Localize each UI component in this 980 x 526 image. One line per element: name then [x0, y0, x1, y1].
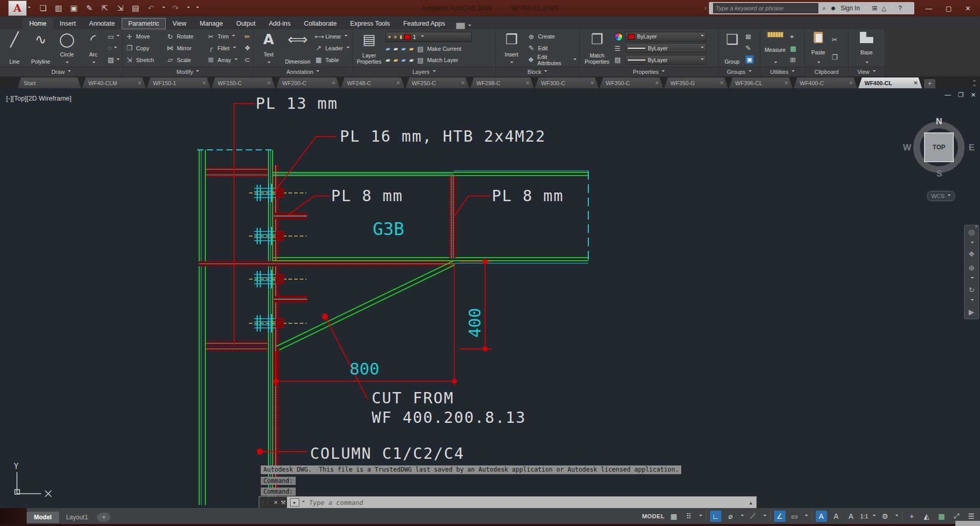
snap-toggle-icon[interactable]: ⠿ — [683, 511, 695, 522]
panel-label-annotation[interactable]: Annotation — [254, 67, 352, 76]
dimension-button[interactable]: ⟺Dimension — [283, 31, 312, 66]
rotate-button[interactable]: ↻Rotate — [166, 32, 204, 41]
tab-close-icon[interactable]: ✕ — [202, 80, 206, 86]
arc-caret-icon[interactable] — [92, 62, 95, 65]
wcs-menu[interactable]: WCS — [927, 191, 955, 201]
edit-block-button[interactable]: ✎Edit — [527, 44, 577, 53]
ungroup-icon[interactable]: ⊠ — [745, 33, 754, 41]
measure-caret-icon[interactable] — [774, 62, 777, 65]
zoom-caret-icon[interactable] — [971, 277, 974, 280]
erase-icon[interactable]: ✏ — [244, 33, 251, 41]
tab-close-icon[interactable]: ✕ — [655, 80, 659, 86]
tab-close-icon[interactable]: ✕ — [526, 80, 530, 86]
insert-caret-icon[interactable] — [510, 62, 513, 65]
layer-select[interactable]: ● ☀ ▮ 1 — [386, 32, 472, 42]
make-current-button[interactable]: ▰▰▰▰ ▤Make Current — [386, 44, 493, 53]
file-tab[interactable]: WF350-G✕ — [664, 77, 728, 88]
workspace-gear-icon[interactable]: ⚙ — [879, 511, 891, 522]
isolate-objects-icon[interactable]: ◭ — [921, 511, 932, 522]
file-tab[interactable]: WF150-1✕ — [147, 77, 210, 88]
layer-tool-icon-6[interactable]: ▰ — [393, 56, 398, 64]
viewcube-south[interactable]: S — [936, 169, 942, 179]
layer-tool-icon-5[interactable]: ▰ — [386, 56, 390, 64]
panel-label-groups[interactable]: Groups — [719, 67, 760, 76]
line-button[interactable]: ╱Line — [3, 31, 26, 66]
ribbon-display-toggle[interactable] — [456, 23, 471, 29]
color-wheel-icon[interactable] — [614, 33, 623, 41]
command-bar-grip[interactable]: ⋮⋮ ✕ ⚒ — [259, 497, 287, 508]
panel-label-draw[interactable]: Draw — [0, 67, 122, 76]
polyline-button[interactable]: ∿Polyline — [29, 31, 52, 66]
match-layer-button[interactable]: ▰▰▰▰ ▤Match Layer — [386, 55, 493, 65]
tab-close-icon[interactable]: ✕ — [267, 80, 271, 86]
layer-tool-icon-3[interactable]: ▰ — [401, 45, 406, 52]
id-point-icon[interactable]: ⌖ — [790, 33, 796, 41]
orbit-icon[interactable]: ↻ — [969, 286, 975, 294]
tab-parametric[interactable]: Parametric — [122, 18, 166, 29]
leader-button[interactable]: ↗Leader — [315, 44, 350, 53]
text-caret-icon[interactable] — [267, 62, 271, 65]
group-selection-icon[interactable]: ▣ — [745, 55, 754, 64]
tab-addins[interactable]: Add-ins — [262, 18, 297, 29]
model-space-toggle[interactable]: MODEL — [642, 513, 665, 519]
tab-close-icon[interactable]: ✕ — [332, 80, 336, 86]
tab-annotate[interactable]: Annotate — [83, 18, 122, 29]
panel-label-utilities[interactable]: Utilities — [760, 67, 804, 76]
tab-close-icon[interactable]: ✕ — [849, 80, 853, 86]
new-drawing-tab-button[interactable]: + — [924, 79, 935, 88]
panel-label-modify[interactable]: Modify — [123, 67, 253, 76]
file-tab[interactable]: WF396-CL✕ — [729, 77, 793, 88]
panel-label-view[interactable]: View — [849, 67, 885, 76]
wheel-caret-icon[interactable] — [971, 242, 974, 245]
copy-clip-icon[interactable]: ❐ — [832, 53, 838, 61]
lineweight-select[interactable]: ByLayer — [625, 43, 706, 53]
workspace-caret-icon[interactable] — [895, 515, 898, 518]
tab-close-icon[interactable]: ✕ — [590, 80, 594, 86]
circle-button[interactable]: ◯Circle — [55, 31, 79, 66]
viewport-controls[interactable]: [-][Top][2D Wireframe] — [6, 94, 71, 102]
orbit-caret-icon[interactable] — [971, 299, 974, 302]
rectangle-icon[interactable]: ▭ — [108, 33, 114, 41]
annotation-scale-value[interactable]: 1:1 — [860, 513, 868, 519]
group-edit-icon[interactable]: ✎ — [745, 44, 754, 52]
layer-tool-icon-2[interactable]: ▰ — [393, 45, 398, 52]
table-button[interactable]: ▦Table — [315, 55, 350, 65]
viewcube-east[interactable]: E — [969, 143, 974, 153]
snap-caret-icon[interactable] — [699, 515, 702, 518]
offset-icon[interactable]: ⊂ — [244, 56, 251, 64]
navigation-wheel-icon[interactable]: ◎ — [968, 228, 974, 236]
tab-close-icon[interactable]: ✕ — [720, 80, 724, 86]
leader-caret-icon[interactable] — [347, 47, 350, 50]
command-bar[interactable]: ⋮⋮ ✕ ⚒ ▸ Type a command ▴ — [259, 496, 757, 508]
doc-close-icon[interactable]: ✕ — [971, 91, 976, 99]
autoscale-icon[interactable]: A — [831, 511, 842, 522]
recent-commands-icon[interactable]: ▸ — [290, 498, 299, 506]
annotation-monitor-icon[interactable]: + — [906, 511, 917, 522]
ortho-toggle-icon[interactable]: ∟ — [710, 511, 721, 522]
object-snap-icon[interactable]: ▭ — [789, 511, 800, 522]
hatch-caret-icon[interactable] — [117, 59, 120, 62]
model-tab[interactable]: Model — [27, 512, 59, 523]
command-expand-icon[interactable]: ▴ — [750, 500, 752, 505]
base-button[interactable]: Base — [855, 31, 878, 66]
tab-output[interactable]: Output — [229, 18, 262, 29]
stretch-button[interactable]: ⇲Stretch — [125, 55, 163, 65]
file-tab-start[interactable]: Start — [17, 77, 81, 88]
command-close-icon[interactable]: ✕ — [273, 499, 278, 506]
file-tab[interactable]: WF350-C✕ — [600, 77, 663, 88]
file-tab[interactable]: WF298-C✕ — [470, 77, 534, 88]
text-button[interactable]: AText — [256, 31, 281, 66]
linetype-select[interactable]: ByLayer — [625, 55, 706, 65]
panel-label-clipboard[interactable]: Clipboard — [805, 67, 848, 76]
grid-toggle-icon[interactable]: ▦ — [668, 511, 680, 522]
cut-icon[interactable]: ✂ — [832, 36, 838, 44]
view-cube[interactable]: TOP N W E S — [912, 121, 966, 174]
quick-calc-icon[interactable]: ⊞ — [790, 56, 796, 64]
isodraft-caret-icon[interactable] — [763, 515, 766, 518]
mirror-button[interactable]: ⋈Mirror — [166, 44, 204, 53]
object-color-select[interactable]: ByLayer — [625, 32, 706, 42]
doc-minimize-icon[interactable]: — — [945, 91, 951, 99]
file-tab[interactable]: WF150-C✕ — [212, 77, 275, 88]
linear-caret-icon[interactable] — [344, 35, 348, 38]
command-input[interactable]: Type a command — [309, 499, 363, 506]
